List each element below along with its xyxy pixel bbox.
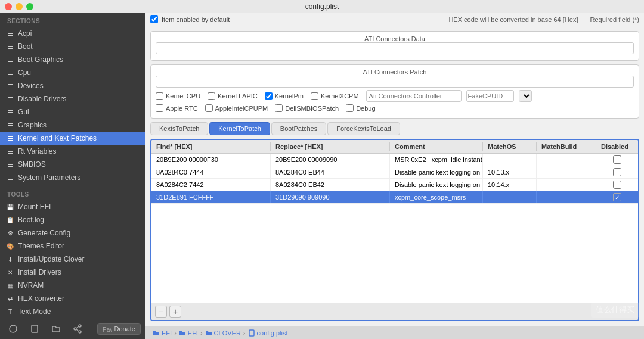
hex-notice: HEX code will be converted in base 64 [H… bbox=[448, 16, 578, 23]
tool-nvram[interactable]: ▦ NVRAM bbox=[0, 279, 145, 292]
list-icon: ☰ bbox=[6, 160, 14, 169]
apple-rtc-checkbox[interactable] bbox=[156, 104, 163, 112]
kernel-patch-table: Find* [HEX] Replace* [HEX] Comment Match… bbox=[150, 139, 639, 321]
fake-cpuid-input[interactable] bbox=[466, 90, 514, 102]
th-matchbuild: MatchBuild bbox=[537, 142, 596, 151]
maximize-button[interactable] bbox=[26, 3, 33, 10]
disabled-checkbox[interactable] bbox=[613, 168, 621, 176]
tool-hex-converter[interactable]: ⇄ HEX converter bbox=[0, 292, 145, 305]
ati-connectors-patch-input[interactable] bbox=[156, 76, 634, 88]
list-icon: ☰ bbox=[6, 95, 14, 103]
item-enabled-label: Item enabled by default bbox=[162, 16, 230, 23]
kernel-lapic-checkbox[interactable] bbox=[208, 92, 215, 100]
tab-kernel-to-patch[interactable]: KernelToPatch bbox=[209, 122, 270, 135]
bc-clover[interactable]: CLOVER bbox=[205, 329, 241, 337]
disabled-checkbox[interactable] bbox=[613, 181, 621, 189]
sidebar-item-boot[interactable]: ☰ Boot bbox=[0, 40, 145, 53]
td-disabled[interactable] bbox=[596, 166, 638, 178]
item-enabled-checkbox[interactable] bbox=[150, 15, 158, 23]
sidebar-item-kernel-kext[interactable]: ☰ Kernel and Kext Patches bbox=[0, 132, 145, 145]
bottom-icon-2[interactable] bbox=[26, 321, 43, 337]
svg-point-4 bbox=[74, 328, 76, 330]
tool-label: NVRAM bbox=[18, 281, 44, 290]
file-icon bbox=[248, 329, 255, 337]
bc-efi2[interactable]: EFI bbox=[179, 329, 198, 337]
td-comment: Disable panic kext logging on 10.13 rel.… bbox=[390, 166, 483, 178]
add-row-button[interactable]: + bbox=[169, 306, 181, 318]
dell-smbios-checkbox[interactable] bbox=[275, 104, 283, 112]
th-replace: Replace* [HEX] bbox=[271, 142, 390, 151]
debug-checkbox[interactable] bbox=[346, 104, 354, 112]
sidebar-item-label: Disable Drivers bbox=[18, 95, 66, 103]
tab-force-kexts[interactable]: ForceKextsToLoad bbox=[327, 122, 400, 135]
svg-point-5 bbox=[79, 331, 81, 333]
tool-boot-log[interactable]: 📋 Boot.log bbox=[0, 213, 145, 226]
folder-icon bbox=[51, 324, 61, 334]
kernelxcpm-checkbox[interactable] bbox=[311, 92, 318, 100]
paypal-icon: PayPal bbox=[103, 325, 112, 332]
tool-install-drivers[interactable]: ✕ Install Drivers bbox=[0, 266, 145, 279]
sidebar-item-rt-variables[interactable]: ☰ Rt Variables bbox=[0, 145, 145, 158]
bottom-icon-1[interactable] bbox=[5, 321, 21, 337]
kernel-cpu-checkbox-item[interactable]: Kernel CPU bbox=[156, 92, 200, 100]
table-row[interactable]: 8A0284C2 7442 8A0284C0 EB42 Disable pani… bbox=[151, 179, 638, 191]
bc-config[interactable]: config.plist bbox=[248, 329, 288, 337]
apple-intel-cpupm-checkbox[interactable] bbox=[205, 104, 213, 112]
td-disabled[interactable] bbox=[596, 154, 638, 166]
minimize-button[interactable] bbox=[16, 3, 23, 10]
debug-checkbox-item[interactable]: Debug bbox=[346, 104, 375, 112]
sidebar-item-label: System Parameters bbox=[18, 173, 80, 182]
kernel-lapic-checkbox-item[interactable]: Kernel LAPIC bbox=[208, 92, 258, 100]
dell-smbios-checkbox-item[interactable]: DellSMBIOSPatch bbox=[275, 104, 339, 112]
sidebar-item-label: Boot bbox=[18, 42, 33, 51]
apple-intel-cpupm-checkbox-item[interactable]: AppleIntelCPUPM bbox=[205, 104, 268, 112]
bc-efi1[interactable]: EFI bbox=[153, 329, 172, 337]
kernel-cpu-label: Kernel CPU bbox=[166, 92, 200, 99]
td-replace: 8A0284C0 EB42 bbox=[271, 179, 390, 191]
tool-install-update-clover[interactable]: ⬇ Install/Update Clover bbox=[0, 253, 145, 266]
fake-cpuid-select[interactable] bbox=[519, 90, 532, 102]
sidebar-item-system-params[interactable]: ☰ System Parameters bbox=[0, 171, 145, 184]
td-disabled[interactable] bbox=[596, 179, 638, 191]
donate-button[interactable]: PayPal Donate bbox=[97, 323, 141, 335]
disabled-checkbox-checked[interactable]: ✓ bbox=[613, 193, 621, 201]
tool-mount-efi[interactable]: 💾 Mount EFI bbox=[0, 200, 145, 213]
sidebar-item-cpu[interactable]: ☰ Cpu bbox=[0, 66, 145, 79]
kernel-cpu-checkbox[interactable] bbox=[156, 92, 163, 100]
bc-sep1: › bbox=[174, 329, 177, 337]
sections-label: SECTIONS bbox=[0, 13, 145, 27]
bottom-icon-3[interactable] bbox=[48, 321, 64, 337]
apple-rtc-checkbox-item[interactable]: Apple RTC bbox=[156, 104, 198, 112]
remove-row-button[interactable]: − bbox=[155, 306, 167, 318]
kernelxcpm-checkbox-item[interactable]: KernelXCPM bbox=[311, 92, 359, 100]
document-icon bbox=[30, 324, 39, 334]
sidebar-item-gui[interactable]: ☰ Gui bbox=[0, 105, 145, 119]
tool-generate-config[interactable]: ⚙ Generate Config bbox=[0, 226, 145, 240]
sidebar-item-boot-graphics[interactable]: ☰ Boot Graphics bbox=[0, 53, 145, 66]
sidebar-item-smbios[interactable]: ☰ SMBIOS bbox=[0, 158, 145, 171]
ati-controller-input[interactable] bbox=[366, 90, 462, 102]
log-icon: 📋 bbox=[6, 216, 14, 224]
sidebar-item-acpi[interactable]: ☰ Acpi bbox=[0, 27, 145, 40]
bottom-icon-4[interactable] bbox=[69, 321, 86, 337]
required-field: Required field (*) bbox=[590, 16, 639, 23]
tab-kexts-to-patch[interactable]: KextsToPatch bbox=[150, 122, 208, 135]
ati-connectors-data-input[interactable] bbox=[156, 42, 634, 54]
table-body: 20B9E200 00000F30 20B9E200 00009090 MSR … bbox=[151, 154, 638, 303]
tool-text-mode[interactable]: T Text Mode bbox=[0, 305, 145, 318]
tool-themes-editor[interactable]: 🎨 Themes Editor bbox=[0, 240, 145, 253]
bc-efi1-label: EFI bbox=[162, 329, 172, 337]
sidebar-item-disable-drivers[interactable]: ☰ Disable Drivers bbox=[0, 92, 145, 105]
disabled-checkbox[interactable] bbox=[613, 155, 621, 164]
kernelpm-checkbox-item[interactable]: KernelPm bbox=[265, 92, 304, 100]
sidebar-item-devices[interactable]: ☰ Devices bbox=[0, 79, 145, 92]
tab-boot-patches[interactable]: BootPatches bbox=[271, 122, 326, 135]
table-row[interactable]: 20B9E200 00000F30 20B9E200 00009090 MSR … bbox=[151, 154, 638, 166]
table-row[interactable]: 8A0284C0 7444 8A0284C0 EB44 Disable pani… bbox=[151, 166, 638, 179]
close-button[interactable] bbox=[5, 3, 12, 10]
table-row[interactable]: 31D2E891 FCFFFF 31D29090 909090 xcpm_cor… bbox=[151, 191, 638, 204]
td-disabled[interactable]: ✓ bbox=[596, 191, 638, 203]
list-icon: ☰ bbox=[6, 173, 14, 182]
kernelpm-checkbox[interactable] bbox=[265, 92, 273, 100]
sidebar-item-graphics[interactable]: ☰ Graphics bbox=[0, 119, 145, 132]
